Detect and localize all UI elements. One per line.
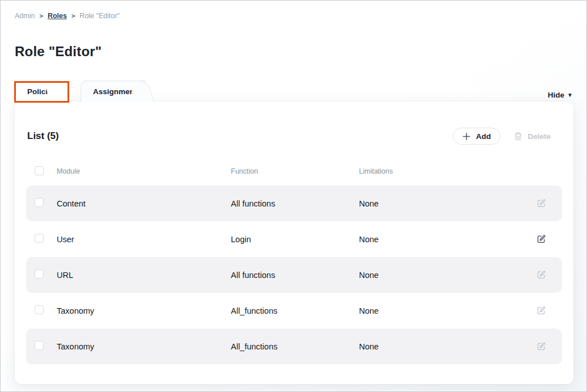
row-checkbox[interactable]	[35, 234, 44, 243]
breadcrumb-item-roles[interactable]: Roles	[48, 12, 67, 20]
row-checkbox[interactable]	[35, 198, 44, 207]
edit-pencil-icon	[537, 199, 546, 208]
tab-assignments[interactable]: Assignments	[81, 81, 145, 102]
caret-down-icon: ▼	[567, 92, 573, 98]
edit-row-button[interactable]	[537, 342, 546, 351]
edit-pencil-icon	[537, 234, 546, 244]
breadcrumb-separator: >	[71, 12, 75, 19]
delete-button[interactable]: Delete	[514, 132, 551, 141]
column-header-module: Module	[57, 167, 231, 175]
cell-limitations: None	[359, 235, 537, 244]
cell-function: All functions	[231, 271, 359, 280]
hide-toggle[interactable]: Hide ▼	[548, 91, 573, 99]
edit-row-button[interactable]	[537, 270, 546, 280]
table-header-row: Module Function Limitations	[26, 162, 562, 181]
cell-function: Login	[231, 235, 359, 244]
edit-row-button[interactable]	[537, 306, 546, 315]
cell-limitations: None	[359, 199, 537, 208]
edit-row-button[interactable]	[537, 199, 546, 208]
breadcrumb: Admin > Roles > Role "Editor"	[15, 12, 120, 20]
row-checkbox[interactable]	[35, 305, 44, 314]
row-checkbox[interactable]	[35, 269, 44, 279]
table-row: Taxonomy All_functions None	[26, 328, 562, 364]
cell-module: User	[57, 235, 231, 244]
hide-toggle-label: Hide	[548, 91, 564, 99]
cell-module: Taxonomy	[57, 342, 231, 351]
panel-actions: Add Delete	[453, 128, 560, 145]
table-row: User Login None	[26, 221, 562, 257]
cell-limitations: None	[359, 306, 537, 315]
select-all-checkbox[interactable]	[35, 166, 44, 175]
column-header-limitations: Limitations	[359, 167, 537, 175]
column-header-function: Function	[231, 167, 359, 175]
breadcrumb-separator: >	[39, 12, 43, 19]
cell-function: All functions	[231, 199, 359, 208]
breadcrumb-item-current: Role "Editor"	[79, 12, 120, 20]
tab-assignments-label: Assignments	[93, 87, 141, 96]
edit-pencil-icon	[537, 270, 546, 280]
cell-function: All_functions	[231, 306, 359, 315]
add-button-label: Add	[476, 132, 491, 141]
tab-policies[interactable]: Policies	[15, 81, 60, 102]
edit-pencil-icon	[537, 306, 546, 315]
cell-limitations: None	[359, 271, 537, 280]
cell-module: URL	[57, 271, 231, 280]
cell-function: All_functions	[231, 342, 359, 351]
tab-bar: Policies Assignments	[15, 81, 145, 102]
edit-pencil-icon	[537, 342, 546, 351]
policies-panel: List (5) Add	[15, 102, 573, 384]
row-checkbox[interactable]	[35, 341, 44, 350]
cell-module: Content	[57, 199, 231, 208]
table-row: URL All functions None	[26, 257, 562, 293]
panel-header: List (5) Add	[26, 128, 562, 145]
cell-limitations: None	[359, 342, 537, 351]
plus-icon	[462, 132, 471, 141]
list-count-title: List (5)	[27, 130, 59, 142]
cell-module: Taxonomy	[57, 306, 231, 315]
table-row: Taxonomy All_functions None	[26, 293, 562, 328]
table-row: Content All functions None	[26, 186, 562, 221]
delete-button-label: Delete	[527, 132, 551, 141]
tab-policies-label: Policies	[27, 87, 56, 96]
page-title: Role "Editor"	[15, 44, 102, 60]
trash-icon	[514, 132, 522, 141]
add-button[interactable]: Add	[453, 128, 500, 145]
breadcrumb-item-admin: Admin	[15, 12, 35, 20]
table-body: Content All functions None User Login No…	[26, 186, 562, 364]
edit-row-button[interactable]	[537, 234, 546, 244]
